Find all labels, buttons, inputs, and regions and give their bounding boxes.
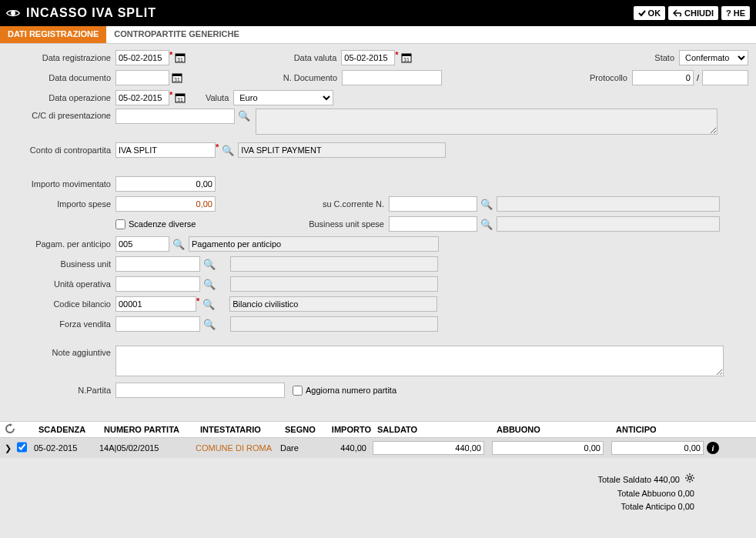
label-unita-operativa: Unità operativa [0,279,115,289]
search-icon-su-ccorrente[interactable]: 🔍 [480,197,493,211]
calendar-icon-data-valuta[interactable]: 31 [400,51,413,65]
cell-segno: Dare [277,442,316,454]
input-data-registrazione[interactable] [115,50,169,65]
col-header-abbuono[interactable]: ABBUONO [493,423,613,436]
chiudi-button[interactable]: CHIUDI [668,6,718,20]
search-icon-unita-operativa[interactable]: 🔍 [202,277,216,291]
input-data-operazione[interactable] [115,90,169,105]
textarea-note-aggiuntive[interactable] [115,346,724,376]
desc-codice-bilancio [229,296,437,312]
ok-label: OK [648,8,661,18]
check-icon [638,9,646,17]
info-icon[interactable]: i [707,442,719,454]
search-icon-cc-presentazione[interactable]: 🔍 [237,109,251,122]
calendar-icon-data-operazione[interactable]: 31 [173,91,187,105]
input-pagam-anticipo-code[interactable] [115,236,169,252]
svg-point-0 [12,12,15,15]
select-valuta[interactable]: Euro [233,90,333,105]
ok-button[interactable]: OK [634,6,666,20]
input-forza-vendita-code[interactable] [115,316,200,332]
search-icon-pagam-anticipo[interactable]: 🔍 [172,237,186,251]
svg-text:31: 31 [177,57,183,62]
label-bu-spese: Business unit spese [218,219,389,229]
tab-dati-registrazione[interactable]: DATI REGISTRAZIONE [0,26,106,43]
checkbox-scadenze-diverse[interactable] [115,219,125,229]
page-title: INCASSO IVA SPLIT [26,6,634,20]
calendar-icon-data-registrazione[interactable]: 31 [173,51,187,65]
total-anticipo-value: 0,00 [678,502,694,511]
label-forza-vendita: Forza vendita [0,319,115,329]
desc-business-unit [230,256,438,272]
label-data-valuta: Data valuta [187,53,341,62]
svg-point-13 [688,476,691,480]
select-stato[interactable]: Confermato [679,50,748,65]
help-button[interactable]: ? HE [721,6,750,20]
cell-numero-partita: 14A|05/02/2015 [96,442,192,454]
input-n-documento[interactable] [342,70,442,85]
label-su-ccorrente: su C.corrente N. [216,199,389,209]
gear-icon[interactable] [685,473,694,487]
row-expand-icon[interactable]: ❯ [5,443,14,453]
search-icon-bu-spese[interactable]: 🔍 [480,217,493,231]
tabbar: DATI REGISTRAZIONE CONTROPARTITE GENERIC… [0,26,756,44]
label-importo-spese: Importo spese [0,199,115,209]
grid: SCADENZA NUMERO PARTITA INTESTATARIO SEG… [0,421,756,458]
label-stato: Stato [633,53,679,62]
label-scadenze-diverse: Scadenze diverse [129,219,196,229]
label-data-operazione: Data operazione [0,93,115,102]
input-importo-movimentato[interactable] [115,176,216,192]
label-n-partita: N.Partita [0,386,115,395]
input-protocollo-b[interactable] [702,70,748,85]
input-bu-spese-code[interactable] [389,216,477,232]
he-label: HE [734,8,745,18]
desc-su-ccorrente [497,196,720,212]
svg-rect-2 [176,54,185,56]
desc-pagam-anticipo [189,236,439,252]
search-icon-codice-bilancio[interactable]: 🔍 [202,297,216,311]
input-su-ccorrente-code[interactable] [389,196,477,212]
form-area: Data registrazione * 31 Data valuta * 31… [0,44,756,406]
input-data-valuta[interactable] [341,50,395,65]
input-saldato[interactable] [373,441,484,455]
label-business-unit: Business unit [0,259,115,269]
col-header-importo[interactable]: IMPORTO [320,423,374,436]
input-n-partita[interactable] [115,383,285,398]
label-note-aggiuntive: Note aggiuntive [0,346,115,357]
chiudi-label: CHIUDI [684,8,714,18]
input-unita-operativa-code[interactable] [115,276,200,292]
search-icon-conto-contropartita[interactable]: 🔍 [221,143,235,157]
total-abbuono-value: 0,00 [678,489,694,498]
reload-icon[interactable] [5,423,18,436]
svg-rect-11 [176,94,185,96]
label-codice-bilancio: Codice bilancio [0,299,115,309]
col-header-saldato[interactable]: SALDATO [374,423,493,436]
input-business-unit-code[interactable] [115,256,200,272]
cell-intestatario[interactable]: COMUNE DI ROMA [192,442,277,454]
col-header-segno[interactable]: SEGNO [282,423,320,436]
label-importo-movimentato: Importo movimentato [0,179,115,189]
input-data-documento[interactable] [115,70,169,85]
col-header-numero-partita[interactable]: NUMERO PARTITA [101,423,197,436]
col-header-intestatario[interactable]: INTESTATARIO [197,423,282,436]
input-codice-bilancio-code[interactable] [115,296,196,312]
row-checkbox[interactable] [17,440,27,454]
search-icon-forza-vendita[interactable]: 🔍 [202,317,216,331]
total-saldato-label: Totale Saldato [598,475,652,484]
calendar-icon-data-documento[interactable]: 31 [170,71,184,85]
search-icon-business-unit[interactable]: 🔍 [202,257,216,271]
checkbox-aggiorna-numero-partita[interactable] [293,386,303,396]
input-cc-presentazione[interactable] [115,109,235,124]
undo-icon [673,9,682,17]
desc-forza-vendita [230,316,438,332]
tab-contropartite-generiche[interactable]: CONTROPARTITE GENERICHE [106,26,246,43]
col-header-scadenza[interactable]: SCADENZA [35,423,101,436]
input-conto-contropartita[interactable] [115,142,216,158]
input-importo-spese[interactable] [115,196,216,212]
col-header-anticipo[interactable]: ANTICIPO [613,423,728,436]
eye-icon [6,8,20,18]
input-protocollo-a[interactable] [632,70,694,85]
input-abbuono[interactable] [492,441,604,455]
input-anticipo[interactable] [611,441,704,455]
desc-unita-operativa [230,276,438,292]
totals: Totale Saldato 440,00 Totale Abbuono 0,0… [0,473,756,514]
